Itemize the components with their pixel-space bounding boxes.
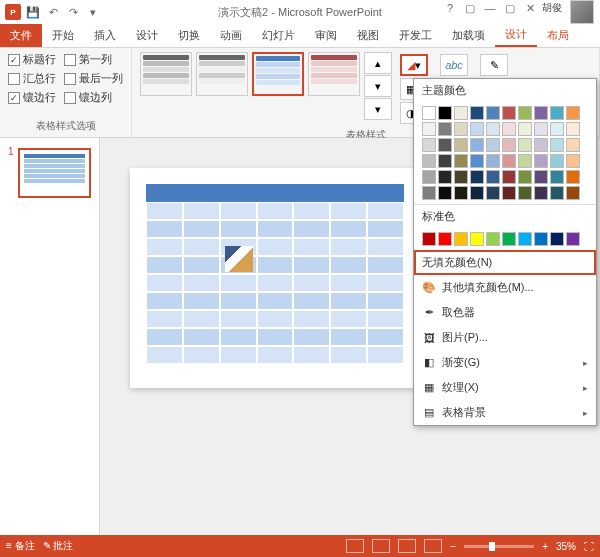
color-swatch[interactable]	[438, 138, 452, 152]
fit-window-icon[interactable]: ⛶	[584, 541, 594, 552]
style-thumb-2[interactable]	[196, 52, 248, 96]
color-swatch[interactable]	[486, 138, 500, 152]
tab-addin[interactable]: 加载项	[442, 24, 495, 47]
color-swatch[interactable]	[438, 106, 452, 120]
tab-view[interactable]: 视图	[347, 24, 389, 47]
tab-slideshow[interactable]: 幻灯片	[252, 24, 305, 47]
color-swatch[interactable]	[486, 154, 500, 168]
color-swatch[interactable]	[454, 106, 468, 120]
color-swatch[interactable]	[550, 232, 564, 246]
comments-button[interactable]: ✎ 批注	[43, 539, 74, 553]
color-swatch[interactable]	[470, 170, 484, 184]
table-object[interactable]	[146, 184, 404, 372]
tab-transition[interactable]: 切换	[168, 24, 210, 47]
color-swatch[interactable]	[534, 186, 548, 200]
color-swatch[interactable]	[438, 232, 452, 246]
color-swatch[interactable]	[566, 232, 580, 246]
color-swatch[interactable]	[486, 106, 500, 120]
check-total-row[interactable]: 汇总行	[8, 71, 56, 86]
color-swatch[interactable]	[422, 138, 436, 152]
color-swatch[interactable]	[534, 154, 548, 168]
eyedropper-item[interactable]: ✒取色器	[414, 300, 596, 325]
color-swatch[interactable]	[470, 232, 484, 246]
color-swatch[interactable]	[566, 122, 580, 136]
color-swatch[interactable]	[454, 232, 468, 246]
close-icon[interactable]: ✕	[522, 0, 538, 16]
texture-item[interactable]: ▦纹理(X)▸	[414, 375, 596, 400]
check-banded-cols[interactable]: 镶边列	[64, 90, 123, 105]
color-swatch[interactable]	[566, 138, 580, 152]
gallery-down-icon[interactable]: ▾	[364, 75, 392, 97]
color-swatch[interactable]	[566, 106, 580, 120]
color-swatch[interactable]	[422, 186, 436, 200]
shading-button[interactable]: ◢▾	[400, 54, 428, 76]
color-swatch[interactable]	[550, 138, 564, 152]
zoom-out-button[interactable]: −	[450, 541, 456, 552]
color-swatch[interactable]	[550, 170, 564, 184]
drawpen-button[interactable]: ✎	[480, 54, 508, 76]
ribbon-collapse-icon[interactable]: ▢	[462, 0, 478, 16]
wordart-button[interactable]: abc	[440, 54, 468, 76]
slide-thumbnail[interactable]	[18, 148, 91, 198]
color-swatch[interactable]	[438, 186, 452, 200]
avatar[interactable]	[570, 0, 594, 24]
color-swatch[interactable]	[422, 154, 436, 168]
tab-design[interactable]: 设计	[126, 24, 168, 47]
color-swatch[interactable]	[486, 122, 500, 136]
color-swatch[interactable]	[438, 170, 452, 184]
gradient-item[interactable]: ◧渐变(G)▸	[414, 350, 596, 375]
color-swatch[interactable]	[470, 186, 484, 200]
color-swatch[interactable]	[470, 106, 484, 120]
slideshow-view-icon[interactable]	[424, 539, 442, 553]
tab-animation[interactable]: 动画	[210, 24, 252, 47]
color-swatch[interactable]	[534, 232, 548, 246]
color-swatch[interactable]	[422, 232, 436, 246]
color-swatch[interactable]	[534, 138, 548, 152]
check-header-row[interactable]: ✓标题行	[8, 52, 56, 67]
tab-dev[interactable]: 开发工	[389, 24, 442, 47]
table-bg-item[interactable]: ▤表格背景▸	[414, 400, 596, 425]
minimize-icon[interactable]: —	[482, 0, 498, 16]
color-swatch[interactable]	[502, 186, 516, 200]
sorter-view-icon[interactable]	[372, 539, 390, 553]
tab-table-layout[interactable]: 布局	[537, 24, 579, 47]
color-swatch[interactable]	[454, 154, 468, 168]
tab-start[interactable]: 开始	[42, 24, 84, 47]
color-swatch[interactable]	[534, 106, 548, 120]
color-swatch[interactable]	[518, 154, 532, 168]
color-swatch[interactable]	[422, 122, 436, 136]
slide-canvas[interactable]	[130, 168, 420, 388]
notes-button[interactable]: ≡ 备注	[6, 539, 35, 553]
reading-view-icon[interactable]	[398, 539, 416, 553]
color-swatch[interactable]	[422, 106, 436, 120]
color-swatch[interactable]	[486, 232, 500, 246]
style-thumb-selected[interactable]	[252, 52, 304, 96]
normal-view-icon[interactable]	[346, 539, 364, 553]
color-swatch[interactable]	[454, 138, 468, 152]
color-swatch[interactable]	[502, 154, 516, 168]
zoom-in-button[interactable]: +	[542, 541, 548, 552]
color-swatch[interactable]	[486, 170, 500, 184]
gallery-more-icon[interactable]: ▾	[364, 98, 392, 120]
color-swatch[interactable]	[486, 186, 500, 200]
color-swatch[interactable]	[470, 138, 484, 152]
check-first-col[interactable]: 第一列	[64, 52, 123, 67]
color-swatch[interactable]	[550, 106, 564, 120]
color-swatch[interactable]	[502, 232, 516, 246]
color-swatch[interactable]	[502, 138, 516, 152]
color-swatch[interactable]	[534, 170, 548, 184]
color-swatch[interactable]	[438, 154, 452, 168]
color-swatch[interactable]	[422, 170, 436, 184]
tab-table-design[interactable]: 设计	[495, 24, 537, 47]
color-swatch[interactable]	[470, 154, 484, 168]
tab-file[interactable]: 文件	[0, 24, 42, 47]
check-banded-rows[interactable]: ✓镶边行	[8, 90, 56, 105]
qat-dropdown-icon[interactable]: ▾	[84, 3, 102, 21]
style-thumb-4[interactable]	[308, 52, 360, 96]
color-swatch[interactable]	[454, 186, 468, 200]
color-swatch[interactable]	[518, 232, 532, 246]
color-swatch[interactable]	[518, 186, 532, 200]
tab-insert[interactable]: 插入	[84, 24, 126, 47]
color-swatch[interactable]	[550, 186, 564, 200]
save-icon[interactable]: 💾	[24, 3, 42, 21]
